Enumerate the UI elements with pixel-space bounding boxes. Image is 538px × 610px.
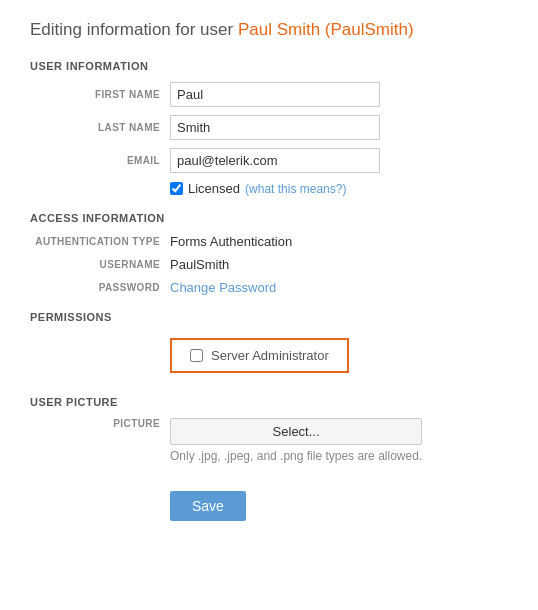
change-password-link[interactable]: Change Password bbox=[170, 280, 276, 295]
last-name-input[interactable] bbox=[170, 115, 380, 140]
server-admin-label: Server Administrator bbox=[211, 348, 329, 363]
page-title-prefix: Editing information for user bbox=[30, 20, 238, 39]
picture-note: Only .jpg, .jpeg, and .png file types ar… bbox=[170, 449, 422, 463]
select-picture-button[interactable]: Select... bbox=[170, 418, 422, 445]
username-label: Username bbox=[30, 259, 170, 270]
email-input[interactable] bbox=[170, 148, 380, 173]
password-row: Password Change Password bbox=[30, 280, 508, 295]
username-value: PaulSmith bbox=[170, 257, 229, 272]
licensed-label: Licensed bbox=[188, 181, 240, 196]
picture-row: Picture Select... Only .jpg, .jpeg, and … bbox=[30, 418, 508, 463]
email-row: Email bbox=[30, 148, 508, 173]
page-title-username: Paul Smith (PaulSmith) bbox=[238, 20, 414, 39]
permissions-box: Server Administrator bbox=[170, 338, 349, 373]
section-user-picture: User Picture bbox=[30, 396, 508, 408]
licensed-row: Licensed (what this means?) bbox=[170, 181, 508, 196]
section-permissions: Permissions bbox=[30, 311, 508, 323]
last-name-label: Last Name bbox=[30, 122, 170, 133]
email-label: Email bbox=[30, 155, 170, 166]
picture-label: Picture bbox=[30, 418, 170, 429]
section-access-info: Access Information bbox=[30, 212, 508, 224]
save-button[interactable]: Save bbox=[170, 491, 246, 521]
picture-content: Select... Only .jpg, .jpeg, and .png fil… bbox=[170, 418, 422, 463]
section-user-info: User Information bbox=[30, 60, 508, 72]
password-label: Password bbox=[30, 282, 170, 293]
page-title: Editing information for user Paul Smith … bbox=[30, 20, 508, 40]
what-this-means-link[interactable]: (what this means?) bbox=[245, 182, 346, 196]
username-row: Username PaulSmith bbox=[30, 257, 508, 272]
auth-type-value: Forms Authentication bbox=[170, 234, 292, 249]
licensed-checkbox[interactable] bbox=[170, 182, 183, 195]
first-name-input[interactable] bbox=[170, 82, 380, 107]
server-admin-checkbox[interactable] bbox=[190, 349, 203, 362]
auth-type-label: Authentication Type bbox=[30, 236, 170, 247]
auth-type-row: Authentication Type Forms Authentication bbox=[30, 234, 508, 249]
first-name-row: First Name bbox=[30, 82, 508, 107]
last-name-row: Last Name bbox=[30, 115, 508, 140]
first-name-label: First Name bbox=[30, 89, 170, 100]
